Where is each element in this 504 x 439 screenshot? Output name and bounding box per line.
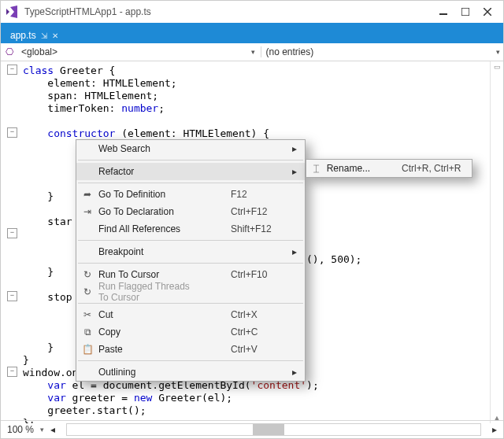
menu-label: Breakpoint — [98, 246, 231, 257]
chevron-right-icon: ▸ — [286, 367, 297, 378]
scroll-right-icon[interactable]: ▸ — [492, 424, 497, 435]
code-line: greeter.start(); — [23, 404, 146, 416]
menu-paste[interactable]: 📋 Paste Ctrl+V — [76, 341, 305, 358]
fold-toggle[interactable]: − — [7, 367, 17, 377]
menu-shortcut: Ctrl+F12 — [231, 206, 286, 217]
fold-toggle[interactable]: − — [7, 127, 17, 138]
menu-label: Copy — [98, 326, 231, 338]
code-token: greeter = — [66, 392, 134, 404]
menu-goto-declaration[interactable]: ⇥ Go To Declaration Ctrl+F12 — [76, 203, 305, 220]
code-token: ); — [350, 253, 362, 265]
separator — [78, 240, 303, 241]
menu-label: Run Flagged Threads To Cursor — [98, 281, 231, 303]
separator — [78, 160, 303, 160]
tab-strip: app.ts ⇲ ✕ — [1, 23, 503, 43]
svg-rect-1 — [461, 8, 469, 16]
svg-rect-0 — [439, 13, 447, 15]
cut-icon: ✂ — [76, 309, 98, 320]
menu-refactor[interactable]: Refactor ▸ — [76, 163, 305, 180]
window-title: TypeScriptHTMLApp1 - app.ts — [24, 6, 151, 17]
menu-web-search[interactable]: Web Search ▸ — [76, 140, 305, 157]
separator — [78, 303, 303, 304]
gutter[interactable]: − − − − − — [1, 61, 21, 423]
refactor-submenu: ⌶ Rename... Ctrl+R, Ctrl+R — [306, 159, 472, 178]
vertical-scrollbar[interactable]: ▭ ▲ — [490, 61, 503, 423]
code-line: star — [23, 216, 72, 227]
menu-copy[interactable]: ⧉ Copy Ctrl+C — [76, 323, 305, 341]
scope-icon: ⎔ — [1, 46, 18, 57]
menu-label: Run To Cursor — [98, 269, 231, 280]
menu-shortcut: Ctrl+F10 — [231, 269, 286, 280]
code-token: constructor — [23, 127, 115, 139]
scope-dropdown[interactable]: <global> — [18, 46, 248, 57]
fold-toggle[interactable]: − — [7, 228, 17, 238]
menu-shortcut: Ctrl+V — [231, 344, 286, 355]
tab-label: app.ts — [10, 30, 36, 41]
chevron-down-icon[interactable]: ▾ — [248, 48, 259, 56]
scrollbar-thumb[interactable] — [253, 424, 284, 435]
vs-logo-icon — [6, 6, 18, 18]
code-token: (element: HTMLElement) { — [115, 127, 269, 139]
separator — [78, 360, 303, 361]
editor[interactable]: − − − − − class Greeter { element: HTMLE… — [1, 61, 503, 423]
menu-label: Go To Definition — [98, 189, 231, 200]
menu-run-flagged: ↻ Run Flagged Threads To Cursor — [76, 283, 305, 301]
menu-label: Outlining — [98, 367, 231, 378]
split-icon[interactable]: ▭ — [494, 63, 501, 71]
zoom-level[interactable]: 100 % — [7, 424, 34, 435]
minimize-button[interactable] — [432, 3, 454, 20]
code-token: var — [23, 379, 66, 391]
scroll-left-icon[interactable]: ◂ — [50, 424, 55, 435]
horizontal-scrollbar[interactable] — [66, 423, 481, 436]
code-line: } — [23, 190, 54, 202]
code-line: stop — [23, 291, 72, 303]
menu-breakpoint[interactable]: Breakpoint ▸ — [76, 243, 305, 260]
menu-shortcut: Ctrl+R, Ctrl+R — [402, 163, 464, 174]
separator — [78, 263, 303, 264]
rename-icon: ⌶ — [306, 163, 327, 174]
menu-shortcut: F12 — [231, 189, 286, 200]
members-dropdown[interactable]: (no entries) — [263, 46, 493, 57]
menu-cut[interactable]: ✂ Cut Ctrl+X — [76, 306, 305, 323]
goto-decl-icon: ⇥ — [76, 206, 98, 217]
chevron-right-icon: ▸ — [286, 143, 297, 154]
menu-label: Go To Declaration — [98, 206, 231, 217]
menu-label: Rename... — [327, 163, 402, 174]
menu-rename[interactable]: ⌶ Rename... Ctrl+R, Ctrl+R — [306, 160, 472, 177]
goto-def-icon: ➦ — [76, 189, 98, 200]
divider — [261, 46, 261, 57]
copy-icon: ⧉ — [76, 326, 98, 338]
menu-label: Paste — [98, 344, 231, 355]
menu-outlining[interactable]: Outlining ▸ — [76, 363, 305, 381]
run-flagged-icon: ↻ — [76, 286, 98, 297]
fold-toggle[interactable]: − — [7, 291, 17, 301]
code-line: element: HTMLElement; — [23, 77, 177, 89]
menu-find-references[interactable]: Find All References Shift+F12 — [76, 220, 305, 238]
tab-app-ts[interactable]: app.ts ⇲ ✕ — [4, 28, 65, 43]
close-button[interactable] — [476, 3, 498, 20]
code-token: Greeter { — [54, 65, 115, 76]
code-token: number — [121, 102, 158, 114]
chevron-right-icon: ▸ — [286, 246, 297, 257]
code-token: var — [23, 392, 66, 404]
menu-label: Cut — [98, 309, 231, 320]
fold-toggle[interactable]: − — [7, 65, 17, 75]
context-menu: Web Search ▸ Refactor ▸ ➦ Go To Definiti… — [76, 139, 306, 382]
navigation-bar: ⎔ <global> ▾ (no entries) ▾ — [1, 43, 503, 61]
separator — [78, 183, 303, 183]
pin-icon[interactable]: ⇲ — [41, 31, 47, 40]
menu-shortcut: Ctrl+X — [231, 309, 286, 320]
code-line: } — [23, 341, 54, 353]
run-cursor-icon: ↻ — [76, 269, 98, 280]
code-line: } — [23, 266, 54, 278]
menu-goto-definition[interactable]: ➦ Go To Definition F12 — [76, 186, 305, 203]
menu-shortcut: Ctrl+C — [231, 326, 286, 338]
code-token: 500 — [331, 253, 349, 265]
maximize-button[interactable] — [454, 3, 476, 20]
menu-label: Find All References — [98, 223, 231, 234]
tab-close-icon[interactable]: ✕ — [52, 31, 58, 40]
status-bar: 100 % ▾ ◂ ▸ — [1, 420, 503, 438]
chevron-down-icon[interactable]: ▾ — [492, 48, 503, 56]
chevron-right-icon: ▸ — [286, 166, 297, 177]
zoom-dropdown-icon[interactable]: ▾ — [40, 426, 44, 433]
